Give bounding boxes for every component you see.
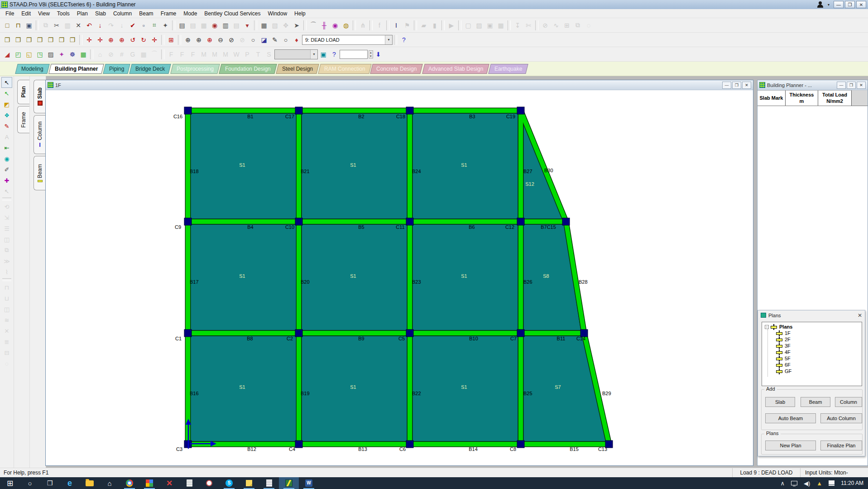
taskbar-calculator-icon[interactable] [179, 477, 199, 489]
taskbar-sticky-notes-icon[interactable] [239, 477, 259, 489]
menu-beam[interactable]: Beam [135, 10, 157, 18]
tab-slab[interactable]: Slab [34, 80, 46, 113]
tree-root-row[interactable]: − Plans [762, 324, 862, 330]
help-icon[interactable]: ? [398, 34, 409, 45]
node-create-icon[interactable]: ✦ [56, 49, 67, 60]
column-header-total-load[interactable]: Total LoadN/mm2 [818, 90, 852, 106]
origin-2-icon[interactable]: ⊕ [116, 34, 127, 45]
undo-icon[interactable]: ↶ [84, 20, 95, 31]
eye-tool-icon[interactable]: ◉ [330, 20, 340, 31]
slab-create-icon[interactable]: ◱ [24, 49, 34, 60]
notifications-icon[interactable] [829, 480, 834, 486]
tree-item-gf[interactable]: GF [762, 368, 862, 374]
panel-minimize-button[interactable]: — [837, 82, 846, 89]
menu-column[interactable]: Column [110, 10, 135, 18]
user-account-icon[interactable] [816, 1, 825, 8]
minimize-button[interactable]: — [834, 1, 844, 8]
auto-column-button[interactable]: Auto Column [820, 413, 862, 423]
taskbar-file-explorer-icon[interactable] [80, 477, 100, 489]
slab-button[interactable]: Slab [765, 397, 795, 407]
menu-file[interactable]: File [2, 10, 18, 18]
doc-restore-button[interactable]: ❐ [732, 82, 741, 89]
dynamic-zoom-icon[interactable]: ⊞ [166, 34, 177, 45]
display-options-icon[interactable]: ◪ [259, 34, 269, 45]
tree-item-3f[interactable]: 3F [762, 343, 862, 349]
view-iso-2-icon[interactable]: ❐ [13, 34, 24, 45]
new-plan-button[interactable]: New Plan [765, 441, 816, 450]
view-iso-5-icon[interactable]: ❐ [45, 34, 56, 45]
menu-help[interactable]: Help [291, 10, 309, 18]
help-2-icon[interactable]: ? [329, 49, 340, 60]
menu-plan[interactable]: Plan [73, 10, 91, 18]
tab-column[interactable]: ColumnI [34, 115, 46, 154]
origin-1-icon[interactable]: ⊕ [106, 34, 116, 45]
wheel-tool-icon[interactable]: ☸ [67, 49, 78, 60]
view-iso-7-icon[interactable]: ❐ [67, 34, 78, 45]
menu-bentley-cloud-services[interactable]: Bentley Cloud Services [201, 10, 264, 18]
network-icon[interactable] [791, 481, 797, 485]
delete-icon[interactable]: ✕ [73, 20, 84, 31]
auto-beam-button[interactable]: Auto Beam [765, 413, 816, 423]
beam-button[interactable]: Beam [801, 397, 830, 407]
save-file-icon[interactable]: ▣ [24, 20, 34, 31]
print-icon[interactable]: ▤ [177, 20, 187, 31]
grid-tool-icon[interactable]: ▦ [78, 49, 89, 60]
open-file-icon[interactable]: ⊓ [13, 20, 24, 31]
pdf-export-icon[interactable]: ▾ [242, 20, 253, 31]
load-case-combo[interactable]: 9: DEAD LOAD▾ [302, 35, 393, 45]
panel-close-button[interactable]: ✕ [857, 82, 866, 89]
cut-icon[interactable]: ✂ [51, 20, 62, 31]
nodes-cursor-icon[interactable]: ↖ [1, 88, 12, 99]
undo-drop-icon[interactable]: ↓ [95, 20, 106, 31]
volume-icon[interactable]: ◀) [804, 480, 810, 487]
view-iso-3-icon[interactable]: ❐ [24, 34, 34, 45]
menu-frame[interactable]: Frame [157, 10, 180, 18]
frame-tool-icon[interactable]: ╫ [319, 20, 330, 31]
arch-tool-icon[interactable]: ⌒ [308, 20, 319, 31]
taskbar-chrome-icon[interactable] [120, 477, 139, 489]
tools-hammer-icon[interactable]: ✦ [160, 20, 171, 31]
menu-tools[interactable]: Tools [53, 10, 73, 18]
new-file-icon[interactable]: □ [2, 20, 13, 31]
activate-icon[interactable]: ✔ [127, 20, 138, 31]
tree-item-6f[interactable]: 6F [762, 362, 862, 368]
menu-edit[interactable]: Edit [18, 10, 34, 18]
chevron-down-icon[interactable]: ▾ [828, 3, 830, 7]
taskbar-clock[interactable]: 11:20 AM [841, 480, 863, 486]
tab-beam[interactable]: Beam [34, 156, 46, 190]
mode-tab-building-planner[interactable]: Building Planner [48, 64, 104, 74]
taskbar-photos-icon[interactable] [139, 477, 159, 489]
panel-title-bar[interactable]: Building Planner - ... — ❐ ✕ [758, 80, 868, 90]
tree-item-2f[interactable]: 2F [762, 336, 862, 343]
tree-item-4f[interactable]: 4F [762, 349, 862, 355]
zoom-extents-icon[interactable]: ⊕ [193, 34, 204, 45]
taskbar-store-icon[interactable]: ⌂ [100, 477, 120, 489]
column-button[interactable]: Column [835, 397, 862, 407]
view-iso-1-icon[interactable]: ❐ [2, 34, 13, 45]
zoom-window-icon[interactable]: ⊕ [204, 34, 215, 45]
mode-tab-steel-design[interactable]: Steel Design [276, 64, 319, 74]
document-title-bar[interactable]: 1F — ❐ ✕ [46, 80, 753, 90]
annotate-icon[interactable]: ✎ [269, 34, 280, 45]
tree-item-5f[interactable]: 5F [762, 355, 862, 362]
plans-close-icon[interactable]: ✕ [858, 312, 862, 319]
taskbar-search-icon[interactable]: ○ [20, 477, 40, 489]
google-drive-icon[interactable]: ▲ [816, 480, 822, 487]
zoom-previous-icon[interactable]: ⊘ [226, 34, 237, 45]
export-icon[interactable]: ▥ [220, 20, 231, 31]
send-down-icon[interactable]: ⬇ [373, 49, 384, 60]
finalize-plan-button[interactable]: Finalize Plan [820, 441, 862, 450]
menu-slab[interactable]: Slab [91, 10, 110, 18]
rotate-cw-icon[interactable]: ↻ [138, 34, 149, 45]
column-header-thickness[interactable]: Thicknessm [786, 90, 818, 106]
toolbar-spinner[interactable]: ▴▾ [369, 50, 373, 58]
mode-tab-modeling[interactable]: Modeling [15, 64, 49, 74]
menu-window[interactable]: Window [264, 10, 291, 18]
view-iso-4-icon[interactable]: ❐ [34, 34, 45, 45]
mode-tab-piping[interactable]: Piping [103, 64, 130, 74]
geometry-cursor-icon[interactable]: ❖ [1, 110, 12, 121]
pen-cursor-icon[interactable]: ✐ [1, 164, 12, 175]
query-icon[interactable]: ➤ [291, 20, 302, 31]
plates-cursor-icon[interactable]: ◩ [1, 99, 12, 110]
plan-canvas[interactable]: C16B1C17B2C18B3C19B18B21B24B27B30S1S1S1S… [46, 91, 753, 465]
